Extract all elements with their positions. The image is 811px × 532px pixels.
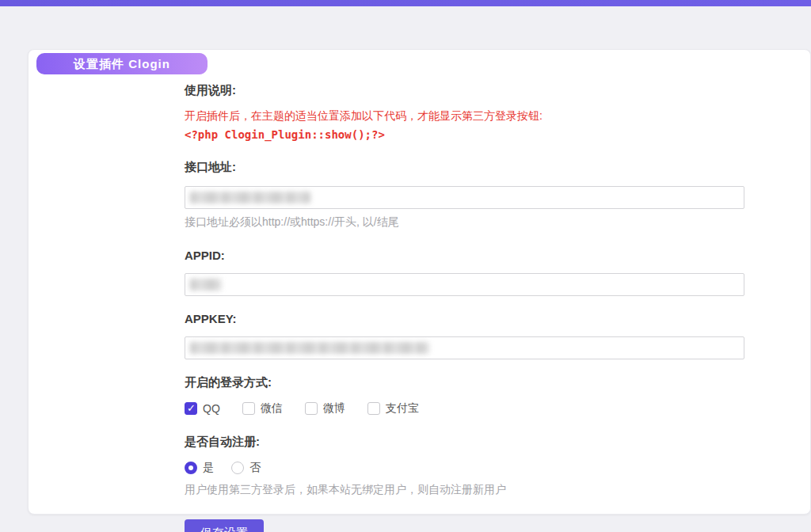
checkbox-alipay-box[interactable] — [367, 402, 380, 415]
appid-label: APPID: — [185, 249, 747, 262]
checkbox-qq-label: QQ — [203, 402, 220, 415]
checkbox-wechat-label: 微信 — [261, 401, 283, 416]
radio-no-dot[interactable] — [231, 462, 244, 474]
usage-warning-code: <?php Clogin_Plugin::show();?> — [185, 128, 747, 141]
plugin-settings-card: 设置插件 Clogin 使用说明: 开启插件后，在主题的适当位置添加以下代码，才… — [28, 49, 811, 515]
login-methods-label: 开启的登录方式: — [185, 375, 747, 390]
top-accent-bar — [0, 0, 811, 6]
auto-register-row: 是 否 — [185, 461, 747, 475]
appkey-label: APPKEY: — [185, 312, 747, 325]
checkbox-wechat-box[interactable] — [242, 402, 255, 415]
radio-no-label: 否 — [249, 461, 261, 475]
card-title-badge: 设置插件 Clogin — [36, 53, 208, 74]
checkbox-qq[interactable]: QQ — [185, 402, 220, 415]
checkbox-qq-box[interactable] — [185, 402, 197, 415]
card-title: 设置插件 Clogin — [74, 57, 170, 70]
appkey-input[interactable] — [185, 336, 744, 359]
checkbox-weibo-label: 微博 — [323, 401, 345, 416]
save-button[interactable]: 保存设置 — [185, 519, 264, 532]
login-methods-row: QQ 微信 微博 支付宝 — [185, 401, 747, 416]
redacted-value — [190, 192, 310, 203]
redacted-value — [190, 342, 429, 354]
auto-register-help: 用户使用第三方登录后，如果本站无绑定用户，则自动注册新用户 — [185, 483, 747, 497]
usage-label: 使用说明: — [185, 83, 747, 98]
checkbox-alipay-label: 支付宝 — [386, 401, 419, 416]
usage-warning-text: 开启插件后，在主题的适当位置添加以下代码，才能显示第三方登录按钮: — [185, 109, 747, 124]
radio-yes[interactable]: 是 — [185, 461, 214, 475]
redacted-value — [190, 279, 222, 291]
api-url-help: 接口地址必须以http://或https://开头, 以/结尾 — [185, 215, 747, 230]
api-url-input[interactable] — [185, 186, 744, 209]
auto-register-label: 是否自动注册: — [185, 435, 747, 450]
checkbox-wechat[interactable]: 微信 — [242, 401, 283, 416]
appid-input[interactable] — [185, 273, 744, 296]
checkbox-weibo-box[interactable] — [305, 402, 318, 415]
checkbox-weibo[interactable]: 微博 — [305, 401, 345, 416]
api-url-label: 接口地址: — [185, 160, 747, 175]
checkbox-alipay[interactable]: 支付宝 — [367, 401, 419, 416]
radio-no[interactable]: 否 — [231, 461, 261, 475]
radio-yes-dot[interactable] — [185, 462, 197, 474]
settings-form: 使用说明: 开启插件后，在主题的适当位置添加以下代码，才能显示第三方登录按钮: … — [29, 50, 810, 532]
radio-yes-label: 是 — [203, 461, 214, 475]
